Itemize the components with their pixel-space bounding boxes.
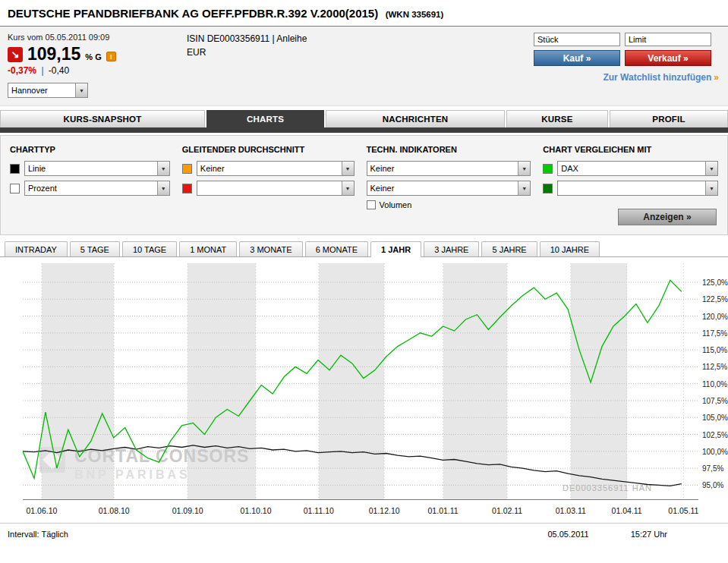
chevron-down-icon: ▼ — [518, 181, 530, 195]
change-row: -0,37% | -0,40 — [8, 65, 173, 76]
interval-label: Intervall: Täglich — [8, 530, 68, 539]
vergleich-select-2[interactable]: ▼ — [557, 181, 718, 196]
period-tab-3-monate[interactable]: 3 MONATE — [239, 241, 302, 256]
y-axis-label: 105,0% — [702, 414, 728, 422]
chart-footer: Intervall: Täglich 05.05.2011 15:27 Uhr — [0, 523, 728, 551]
period-tab-intraday[interactable]: INTRADAY — [5, 241, 68, 256]
gleitender-select-1[interactable]: Keiner ▼ — [197, 161, 355, 176]
anzeigen-button[interactable]: Anzeigen » — [618, 209, 717, 225]
watchlist-link-label: Zur Watchlist hinzufügen — [603, 72, 711, 83]
price-alert-icon[interactable]: ! — [106, 52, 116, 61]
stueck-input[interactable] — [534, 33, 620, 46]
color-swatch-orange — [182, 164, 192, 174]
indikatoren-select-1-value: Keiner — [367, 164, 518, 173]
watchlist-link[interactable]: Zur Watchlist hinzufügen» — [603, 72, 719, 83]
gleitender-select-2[interactable]: ▼ — [197, 181, 355, 196]
verkauf-button[interactable]: Verkauf » — [625, 50, 711, 66]
kauf-button[interactable]: Kauf » — [534, 50, 620, 66]
volumen-checkbox[interactable] — [367, 200, 376, 209]
price-row: ↘ 109,15 % G ! — [8, 46, 173, 63]
period-tab-1-jahr[interactable]: 1 JAHR — [370, 241, 421, 257]
price-chart: CORTAL CONSORS BNP PARIBAS DE0003356911 … — [0, 257, 728, 523]
chevron-down-icon: ▼ — [157, 181, 169, 195]
footer-time: 15:27 Uhr — [631, 530, 667, 539]
y-axis-label: 112,5% — [702, 363, 727, 371]
color-swatch-black — [10, 164, 20, 174]
charttyp-select-2[interactable]: Prozent ▼ — [24, 181, 170, 196]
indikatoren-select-1[interactable]: Keiner ▼ — [367, 161, 531, 176]
price-down-arrow-icon: ↘ — [8, 47, 23, 62]
x-axis-label: 01.11.10 — [304, 506, 334, 515]
x-axis-label: 01.01.11 — [428, 506, 459, 515]
tab-nachrichten[interactable]: NACHRICHTEN — [326, 110, 505, 127]
indikatoren-row-2: Keiner ▼ — [367, 181, 531, 196]
quote-area: Kurs vom 05.05.2011 09:09 ↘ 109,15 % G !… — [0, 27, 728, 106]
indikatoren-select-2[interactable]: Keiner ▼ — [367, 181, 531, 196]
main-tab-bar: KURS-SNAPSHOT CHARTS NACHRICHTEN KURSE P… — [0, 110, 728, 127]
watchlist-row: Zur Watchlist hinzufügen» — [534, 72, 719, 83]
x-axis-label: 01.03.11 — [556, 506, 586, 515]
period-tab-5-jahre[interactable]: 5 JAHRE — [481, 241, 537, 256]
period-tab-1-monat[interactable]: 1 MONAT — [179, 241, 237, 256]
charttyp-select-1[interactable]: Linie ▼ — [24, 161, 170, 176]
tab-profil[interactable]: PROFIL — [610, 110, 728, 127]
isin-line: ISIN DE0003356911 | Anleihe — [187, 33, 307, 44]
tab-charts[interactable]: CHARTS — [206, 110, 324, 127]
gleitender-row-2: ▼ — [182, 181, 355, 196]
page-header: DEUTSCHE PFANDBRIEFBANK AG OEFF.PFDBR.R.… — [0, 0, 728, 27]
change-separator: | — [41, 65, 43, 76]
color-swatch-red — [182, 184, 192, 193]
volumen-row: Volumen — [367, 200, 531, 209]
limit-input[interactable] — [625, 33, 711, 46]
page-title-wkn: (WKN 335691) — [386, 10, 444, 19]
y-axis-label: 100,0% — [702, 448, 728, 456]
tab-kurse[interactable]: KURSE — [506, 110, 608, 127]
charttyp-column: CHARTTYP Linie ▼ Prozent ▼ — [10, 145, 170, 224]
x-axis-label: 01.08.10 — [99, 506, 130, 515]
x-axis-label: 01.02.11 — [492, 506, 522, 515]
period-tab-3-jahre[interactable]: 3 JAHRE — [424, 241, 479, 256]
vergleich-select-1[interactable]: DAX ▼ — [557, 161, 718, 176]
exchange-select-value: Hannover — [8, 86, 75, 95]
period-tab-5-tage[interactable]: 5 TAGE — [70, 241, 120, 256]
x-axis-label: 01.09.10 — [172, 506, 203, 515]
period-tab-10-jahre[interactable]: 10 JAHRE — [540, 241, 600, 256]
chevron-down-icon: ▼ — [157, 162, 169, 175]
vergleich-select-1-value: DAX — [558, 164, 705, 173]
y-axis-label: 115,0% — [702, 346, 727, 354]
change-absolute: -0,40 — [49, 65, 69, 76]
section-title-vergleich: CHART VERGLEICHEN MIT — [543, 145, 718, 154]
charttyp-row-1: Linie ▼ — [10, 161, 170, 176]
trade-inputs-row — [534, 33, 719, 46]
double-chevron-icon: » — [714, 72, 719, 83]
section-title-charttyp: CHARTTYP — [10, 145, 170, 154]
chart-controls-panel: CHARTTYP Linie ▼ Prozent ▼ GLEITENDER DU… — [0, 135, 728, 235]
tab-kurs-snapshot[interactable]: KURS-SNAPSHOT — [0, 110, 205, 127]
trade-buttons-row: Kauf » Verkauf » — [534, 50, 719, 66]
y-axis-label: 97,5% — [702, 464, 723, 473]
section-title-gleitender: GLEITENDER DURCHSCHNITT — [182, 145, 355, 154]
y-axis-label: 107,5% — [702, 397, 728, 405]
active-tab-underline — [0, 127, 728, 133]
x-axis-label: 01.05.11 — [668, 506, 698, 515]
x-axis-label: 01.12.10 — [369, 506, 400, 515]
chevron-down-icon: ▼ — [705, 181, 717, 195]
y-axis-label: 125,0% — [702, 278, 728, 287]
y-axis-label: 110,0% — [702, 380, 727, 388]
period-tab-6-monate[interactable]: 6 MONATE — [305, 241, 368, 256]
vergleich-row-2: ▼ — [543, 181, 718, 196]
exchange-select[interactable]: Hannover ▼ — [8, 83, 88, 98]
chevron-down-icon: ▼ — [342, 181, 354, 195]
charttyp-select-2-value: Prozent — [25, 184, 157, 193]
footer-date: 05.05.2011 — [547, 530, 588, 539]
chevron-down-icon: ▼ — [342, 162, 354, 175]
x-axis-label: 01.04.11 — [612, 506, 642, 515]
quote-timestamp: Kurs vom 05.05.2011 09:09 — [8, 33, 173, 42]
plot-area — [23, 263, 698, 500]
x-axis-label: 01.06.10 — [26, 506, 57, 515]
period-tab-bar: INTRADAY 5 TAGE 10 TAGE 1 MONAT 3 MONATE… — [0, 241, 728, 257]
page-title: DEUTSCHE PFANDBRIEFBANK AG OEFF.PFDBR.R.… — [8, 7, 378, 20]
period-tab-10-tage[interactable]: 10 TAGE — [122, 241, 177, 256]
vergleich-row-1: DAX ▼ — [543, 161, 718, 176]
gleitender-column: GLEITENDER DURCHSCHNITT Keiner ▼ ▼ — [182, 145, 355, 224]
